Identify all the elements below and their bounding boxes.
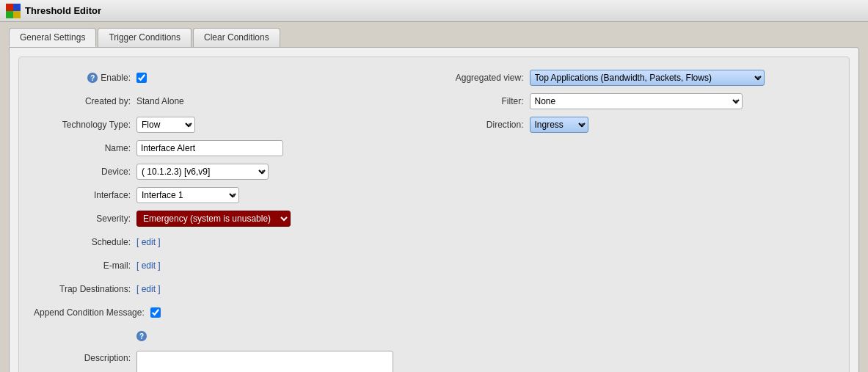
append-help-row: ? [34,327,420,345]
filter-row: Filter: None Custom [449,92,835,110]
technology-type-select[interactable]: Flow [136,117,195,133]
description-label: Description: [34,351,136,363]
email-row: E-mail: [ edit ] [34,257,420,274]
created-by-label: Created by: [34,96,136,106]
schedule-label: Schedule: [34,237,136,247]
main-content: General Settings Trigger Conditions Clea… [0,22,868,372]
direction-wrapper: Ingress Egress Both [530,117,588,133]
tab-general-settings[interactable]: General Settings [9,28,96,47]
filter-label: Filter: [449,96,530,106]
svg-rect-1 [13,4,21,11]
append-condition-label: Append Condition Message: [34,307,150,318]
interface-wrapper: Interface 1 Interface 2 [136,187,239,203]
enable-label: ? Enable: [34,73,136,83]
trap-destinations-row: Trap Destinations: [ edit ] [34,280,420,298]
technology-type-wrapper: Flow [136,117,195,133]
svg-rect-3 [13,11,21,18]
filter-wrapper: None Custom [530,93,743,109]
name-input[interactable] [136,140,283,156]
email-label: E-mail: [34,260,136,271]
severity-label: Severity: [34,214,136,224]
svg-rect-2 [6,11,13,18]
svg-rect-0 [6,4,13,11]
schedule-row: Schedule: [ edit ] [34,233,420,251]
trap-destinations-edit-link[interactable]: [ edit ] [136,284,161,294]
trap-destinations-label: Trap Destinations: [34,284,136,294]
enable-checkbox[interactable] [136,73,147,83]
app-logo [6,4,21,18]
append-condition-checkbox[interactable] [150,307,161,318]
schedule-edit-link[interactable]: [ edit ] [136,237,161,247]
severity-select[interactable]: Emergency (system is unusable) Alert Cri… [136,211,291,227]
window-title: Threshold Editor [25,5,101,16]
aggregated-view-select[interactable]: Top Applications (Bandwidth, Packets, Fl… [530,70,765,86]
form-left: ? Enable: Created by: Stand Alone Techno… [34,69,420,372]
interface-row: Interface: Interface 1 Interface 2 [34,186,420,204]
settings-panel: ? Enable: Created by: Stand Alone Techno… [9,47,859,372]
tab-clear-conditions[interactable]: Clear Conditions [193,28,280,47]
email-edit-link[interactable]: [ edit ] [136,260,161,271]
description-textarea[interactable] [136,351,393,372]
device-row: Device: ( 10.1.2.3) [v6,v9] [34,163,420,180]
append-help-icon[interactable]: ? [136,331,147,341]
aggregated-view-wrapper: Top Applications (Bandwidth, Packets, Fl… [530,70,765,86]
technology-type-label: Technology Type: [34,120,136,130]
form-container: ? Enable: Created by: Stand Alone Techno… [18,56,850,372]
interface-select[interactable]: Interface 1 Interface 2 [136,187,239,203]
direction-select[interactable]: Ingress Egress Both [530,117,588,133]
name-row: Name: [34,139,420,157]
enable-row: ? Enable: [34,69,420,87]
name-label: Name: [34,143,136,153]
form-right: Aggregated view: Top Applications (Bandw… [449,69,835,372]
created-by-value: Stand Alone [136,96,184,106]
device-wrapper: ( 10.1.2.3) [v6,v9] [136,164,269,180]
tab-trigger-conditions[interactable]: Trigger Conditions [98,28,192,47]
device-label: Device: [34,167,136,177]
title-bar: Threshold Editor [0,0,868,22]
tab-bar: General Settings Trigger Conditions Clea… [9,28,859,47]
direction-label: Direction: [449,120,530,130]
direction-row: Direction: Ingress Egress Both [449,116,835,134]
aggregated-view-row: Aggregated view: Top Applications (Bandw… [449,69,835,87]
append-condition-row: Append Condition Message: [34,304,420,321]
interface-label: Interface: [34,190,136,200]
technology-type-row: Technology Type: Flow [34,116,420,134]
severity-row: Severity: Emergency (system is unusable)… [34,210,420,227]
description-row: Description: [34,351,420,372]
enable-help-icon[interactable]: ? [87,73,98,83]
aggregated-view-label: Aggregated view: [449,73,530,83]
device-select[interactable]: ( 10.1.2.3) [v6,v9] [136,164,269,180]
filter-select[interactable]: None Custom [530,93,743,109]
created-by-row: Created by: Stand Alone [34,92,420,110]
